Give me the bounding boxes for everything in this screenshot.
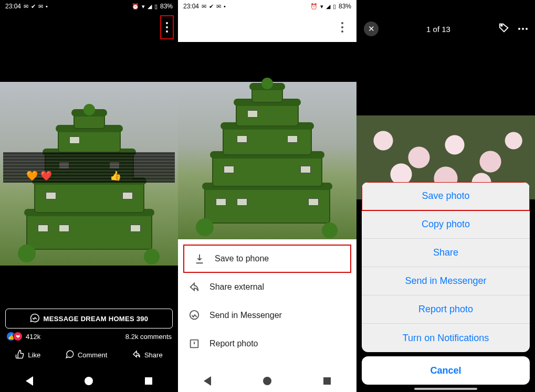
turn-on-notifications-option[interactable]: Turn on Notifications (362, 324, 530, 352)
mail-icon: ✉ (216, 3, 221, 10)
wifi-icon: ▾ (142, 3, 145, 10)
share-arrow-icon (188, 281, 200, 293)
nav-back-button[interactable] (204, 376, 211, 386)
share-icon (132, 349, 141, 361)
report-photo-label: Report photo (418, 304, 473, 315)
options-bottom-sheet: Save to phone Share external Send in Mes… (178, 245, 356, 358)
more-options-button[interactable] (160, 15, 174, 39)
nav-home-button[interactable] (263, 377, 271, 385)
copy-photo-option[interactable]: Copy photo (362, 210, 530, 239)
android-nav-bar (0, 370, 178, 392)
signal-icon: ◢ (326, 3, 330, 10)
share-label: Share (433, 247, 458, 258)
comment-count[interactable]: 8.2k comments (125, 333, 172, 341)
post-image[interactable] (178, 82, 356, 239)
status-time: 23:04 (5, 3, 21, 10)
share-external-label: Share external (209, 282, 264, 292)
comment-icon (65, 349, 75, 361)
share-option[interactable]: Share (362, 239, 530, 267)
signal-icon: ◢ (148, 3, 152, 10)
nav-recents-button[interactable] (145, 377, 152, 385)
save-photo-option[interactable]: Save photo (362, 182, 530, 210)
like-label: Like (28, 351, 40, 359)
turn-on-notifications-label: Turn on Notifications (403, 333, 489, 344)
messenger-icon (188, 310, 200, 321)
mail-icon: ✉ (202, 3, 206, 10)
comment-button[interactable]: Comment (65, 349, 107, 361)
nav-back-button[interactable] (26, 376, 33, 386)
like-button[interactable]: Like (15, 349, 40, 361)
message-page-button[interactable]: MESSAGE DREAM HOMES 390 (5, 309, 173, 329)
photo-viewer-toolbar (0, 13, 178, 42)
download-icon (194, 253, 205, 264)
love-reaction-icon: ❤ (13, 332, 23, 341)
battery-icon: ▯ (154, 3, 158, 10)
report-photo-label: Report photo (209, 339, 258, 348)
cancel-button[interactable]: Cancel (362, 356, 530, 385)
save-photo-label: Save photo (422, 190, 469, 202)
share-external-option[interactable]: Share external (178, 273, 356, 301)
status-battery: 83% (339, 3, 351, 10)
svg-point-2 (501, 25, 502, 26)
photo-viewer-toolbar (178, 13, 356, 42)
ios-home-indicator[interactable] (414, 388, 477, 390)
mail-icon: ✉ (24, 3, 28, 10)
ios-action-sheet: Save photo Copy photo Share Send in Mess… (362, 182, 530, 385)
android-nav-bar (178, 370, 356, 392)
screenshot-1-android-photo-view: 23:04 ✉ ✔ ✉ • ⏰ ▾ ◢ ▯ 83% (0, 0, 178, 392)
alarm-icon: ⏰ (132, 3, 139, 10)
send-in-messenger-label: Send in Messenger (209, 311, 282, 320)
more-options-button[interactable] (518, 28, 528, 30)
status-bar: 23:04 ✉ ✔ ✉ • ⏰ ▾ ◢ ▯ 83% (178, 0, 356, 13)
dot-icon: • (46, 3, 48, 9)
battery-icon: ▯ (333, 3, 336, 10)
status-time: 23:04 (183, 3, 199, 10)
status-battery: 83% (160, 3, 173, 10)
caption-emojis: 🧡 ❤️ 👍 (26, 170, 121, 182)
screenshot-2-android-options-sheet: 23:04 ✉ ✔ ✉ • ⏰ ▾ ◢ ▯ 83% (178, 0, 356, 392)
check-icon: ✔ (209, 3, 214, 10)
nav-home-button[interactable] (85, 377, 93, 385)
report-icon (188, 338, 200, 349)
comment-label: Comment (78, 351, 107, 359)
post-actions-row: Like Comment Share (0, 344, 178, 365)
save-to-phone-label: Save to phone (215, 254, 269, 263)
dot-icon: • (224, 3, 226, 9)
reactions-row[interactable]: 👍 ❤ 412k 8.2k comments (0, 329, 178, 344)
save-to-phone-option[interactable]: Save to phone (183, 245, 351, 273)
photo-counter: 1 of 13 (426, 25, 450, 34)
send-in-messenger-option[interactable]: Send in Messenger (178, 301, 356, 330)
tag-icon[interactable] (498, 22, 510, 36)
report-photo-option[interactable]: Report photo (178, 330, 356, 358)
more-options-button[interactable] (335, 15, 349, 39)
reaction-count: 412k (26, 333, 40, 341)
share-button[interactable]: Share (132, 349, 163, 361)
post-image[interactable]: 🧡 ❤️ 👍 (0, 82, 178, 266)
message-page-label: MESSAGE DREAM HOMES 390 (44, 315, 149, 323)
thumbs-up-icon (15, 349, 25, 361)
send-in-messenger-option[interactable]: Send in Messenger (362, 267, 530, 295)
close-button[interactable]: ✕ (364, 22, 379, 36)
cancel-label: Cancel (430, 365, 461, 376)
nav-recents-button[interactable] (323, 377, 331, 385)
messenger-icon (30, 313, 39, 324)
report-photo-option[interactable]: Report photo (362, 295, 530, 324)
copy-photo-label: Copy photo (422, 219, 470, 230)
status-bar: 23:04 ✉ ✔ ✉ • ⏰ ▾ ◢ ▯ 83% (0, 0, 178, 13)
alarm-icon: ⏰ (310, 3, 318, 10)
mail-icon: ✉ (38, 3, 43, 10)
send-in-messenger-label: Send in Messenger (405, 276, 486, 287)
screenshot-3-ios-action-sheet: ✕ 1 of 13 159 1 comment 25 shares Save p… (356, 0, 535, 392)
photo-viewer-header: ✕ 1 of 13 (356, 16, 535, 42)
check-icon: ✔ (31, 3, 36, 10)
share-label: Share (144, 351, 163, 359)
wifi-icon: ▾ (320, 3, 323, 10)
